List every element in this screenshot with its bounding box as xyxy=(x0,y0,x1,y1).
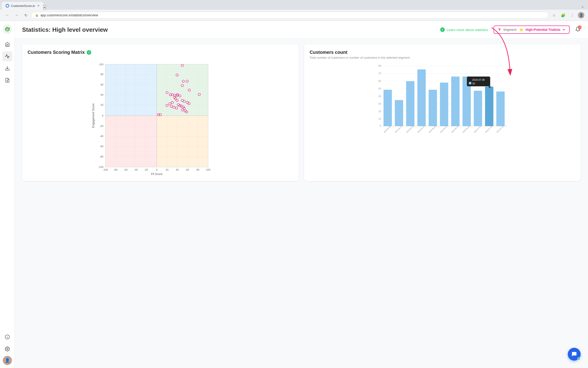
tab-expand-icon[interactable]: ⌄ xyxy=(579,3,586,10)
x-tick: -80 xyxy=(114,168,117,171)
bar-x-label: 2024-06-03 xyxy=(428,125,437,133)
svg-point-9 xyxy=(7,348,8,350)
bar-2024-06-10[interactable] xyxy=(440,83,448,126)
bar-y-tick: 60 xyxy=(378,80,381,82)
x-axis-label: Fit Score xyxy=(151,173,162,175)
address-bar[interactable]: 🔒 app.customerscore.io/statistics/overvi… xyxy=(31,12,548,19)
sidebar-item-home[interactable] xyxy=(2,39,12,49)
bar-y-tick: 20 xyxy=(378,110,381,113)
bar-x-label: 2024-07-01 xyxy=(473,125,482,133)
sidebar-item-info[interactable] xyxy=(2,332,12,342)
quadrant-bottom-left xyxy=(105,116,157,167)
filter-icon xyxy=(498,28,501,31)
bar-y-tick: 10 xyxy=(378,118,381,120)
bar-2024-07-08[interactable] xyxy=(485,86,493,126)
bar-x-label: 2024-05-20 xyxy=(406,125,414,133)
chrome-menu-icon[interactable]: ⋮ xyxy=(569,11,576,19)
svg-point-1 xyxy=(3,25,12,34)
bar-x-label: 2024-05-13 xyxy=(394,125,403,133)
chrome-profile-avatar[interactable]: 👤 xyxy=(578,12,584,18)
bar-y-tick: 40 xyxy=(378,95,381,98)
bookmark-icon[interactable]: ☆ xyxy=(550,11,558,19)
bar-svg: 80 70 60 50 40 30 20 10 xyxy=(310,63,575,137)
bar-x-label: 2024-05-06 xyxy=(383,125,392,133)
y-tick: 0 xyxy=(102,114,103,117)
tab-favicon xyxy=(6,4,9,8)
header-actions: i Learn more about statistics Segment: 🌟… xyxy=(440,26,581,34)
scatter-info-icon[interactable]: i xyxy=(87,50,91,55)
bar-x-label: 2024-07-15 xyxy=(496,125,504,133)
bar-2024-05-27[interactable] xyxy=(418,69,426,126)
bar-x-label: 2024-05-27 xyxy=(417,125,425,133)
forward-button[interactable]: → xyxy=(13,11,20,19)
y-axis-label: Engagement Score xyxy=(92,103,95,128)
x-tick: -40 xyxy=(134,168,138,171)
x-tick: -20 xyxy=(144,168,148,171)
x-tick: 0 xyxy=(156,168,158,171)
bar-2024-06-17[interactable] xyxy=(451,77,460,126)
close-tab-button[interactable]: × xyxy=(37,4,40,8)
bar-y-tick: 50 xyxy=(378,87,381,90)
y-tick: -100 xyxy=(98,166,103,168)
chevron-down-icon xyxy=(562,28,565,31)
svg-marker-0 xyxy=(6,5,9,7)
bar-card-title: Customers count xyxy=(310,50,575,55)
online-indicator xyxy=(578,358,580,360)
tab-title: CustomerScore.io xyxy=(11,4,35,8)
quadrant-bottom-right xyxy=(157,116,208,167)
notification-bell[interactable]: 13 xyxy=(575,27,581,33)
y-tick: -60 xyxy=(99,145,103,148)
extensions-icon[interactable]: 🧩 xyxy=(560,11,567,19)
quadrant-top-left xyxy=(105,64,157,116)
x-tick: 100 xyxy=(206,168,210,171)
sidebar-item-profile[interactable]: 👤 xyxy=(3,356,12,365)
page-header: Statistics: High level overview i Learn … xyxy=(15,21,588,39)
bar-2024-06-03[interactable] xyxy=(429,90,437,126)
bar-y-tick: 0 xyxy=(380,124,381,127)
bar-2024-07-01[interactable] xyxy=(474,91,482,126)
x-tick: 20 xyxy=(166,168,169,171)
bar-x-label: 2024-06-17 xyxy=(451,125,459,133)
scatter-card: Customers Scoring Matrix i xyxy=(22,44,299,181)
new-tab-button[interactable]: + xyxy=(43,5,46,10)
bar-y-tick: 70 xyxy=(378,72,381,75)
learn-more-link[interactable]: i Learn more about statistics xyxy=(440,27,488,32)
page-title: Statistics: High level overview xyxy=(22,26,108,33)
url-text: app.customerscore.io/statistics/overview xyxy=(40,13,98,17)
tooltip-color-swatch xyxy=(469,82,472,84)
sidebar-item-download[interactable] xyxy=(2,63,12,73)
tooltip-value: 50 xyxy=(472,82,475,85)
y-tick: 40 xyxy=(100,93,103,96)
bar-2024-05-06[interactable] xyxy=(384,90,392,126)
bar-2024-05-13[interactable] xyxy=(395,100,403,126)
y-tick: -80 xyxy=(99,155,103,158)
y-tick: 20 xyxy=(100,103,103,106)
bar-y-tick: 30 xyxy=(378,102,381,105)
reload-button[interactable]: ↻ xyxy=(22,11,29,19)
x-tick: -100 xyxy=(103,168,108,171)
bar-x-label: 2024-06-10 xyxy=(440,125,448,133)
scatter-plot: 100 80 60 40 20 0 -20 -40 -60 -80 -100 -… xyxy=(27,56,293,175)
x-tick: 60 xyxy=(186,168,189,171)
back-button[interactable]: ← xyxy=(4,11,11,19)
lock-icon: 🔒 xyxy=(35,14,39,17)
bar-card: Customers count Total number of customer… xyxy=(304,44,581,181)
active-tab[interactable]: CustomerScore.io × xyxy=(2,2,43,10)
sidebar-item-analytics[interactable] xyxy=(2,51,12,61)
app-logo[interactable] xyxy=(3,25,12,34)
bar-chart: 80 70 60 50 40 30 20 10 xyxy=(310,63,575,137)
sidebar: 👤 xyxy=(0,21,15,368)
segment-selector[interactable]: Segment: 🌟 High-Potential Trialists xyxy=(493,26,570,34)
tooltip-bg xyxy=(467,77,490,86)
sidebar-item-settings[interactable] xyxy=(2,344,12,354)
bar-2024-05-20[interactable] xyxy=(406,81,414,126)
bar-x-label: 2024-06-24 xyxy=(462,125,471,133)
x-tick: 80 xyxy=(196,168,199,171)
bar-card-subtitle: Total number of customers or number of c… xyxy=(310,56,575,59)
chat-button[interactable] xyxy=(568,348,581,361)
learn-more-info-icon: i xyxy=(440,27,445,32)
bar-2024-07-15[interactable] xyxy=(496,92,505,126)
sidebar-item-export[interactable] xyxy=(2,75,12,85)
bar-y-tick: 80 xyxy=(378,64,381,67)
chat-icon xyxy=(571,351,577,357)
